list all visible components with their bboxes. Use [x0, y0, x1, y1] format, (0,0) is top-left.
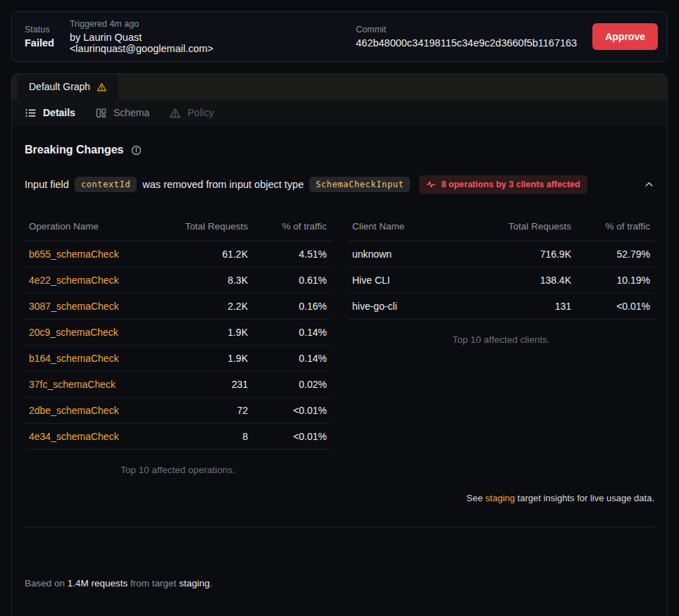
- requests-value: 138.4K: [488, 275, 571, 286]
- traffic-value: <0.01%: [571, 301, 650, 312]
- operations-table-header: Operation Name Total Requests % of traff…: [25, 220, 331, 241]
- tab-details-label: Details: [43, 107, 75, 118]
- affected-badge-label: 8 operations by 3 clients affected: [441, 180, 580, 189]
- traffic-value: 0.14%: [248, 327, 327, 338]
- operation-link[interactable]: 20c9_schemaCheck: [29, 327, 165, 338]
- list-icon: [25, 107, 37, 119]
- col-operation-name: Operation Name: [29, 221, 165, 232]
- insights-suffix: target insights for live usage data.: [515, 493, 654, 503]
- tab-schema[interactable]: Schema: [95, 107, 149, 119]
- traffic-value: <0.01%: [248, 405, 327, 416]
- type-code-pill: SchemaCheckInput: [309, 177, 410, 192]
- col-total-requests: Total Requests: [165, 221, 248, 232]
- section-title: Breaking Changes: [25, 144, 123, 156]
- table-row: 4e22_schemaCheck 8.3K 0.61%: [25, 268, 331, 294]
- operation-link[interactable]: 3087_schemaCheck: [29, 301, 165, 312]
- traffic-value: 0.14%: [248, 353, 327, 364]
- clients-table: Client Name Total Requests % of traffic …: [348, 220, 654, 475]
- requests-value: 72: [165, 405, 248, 416]
- insights-line: See staging target insights for live usa…: [25, 493, 654, 503]
- breaking-changes-heading: Breaking Changes: [25, 144, 654, 156]
- tab-schema-label: Schema: [113, 107, 149, 118]
- status-label: Status: [25, 25, 54, 34]
- traffic-value: 10.19%: [571, 275, 650, 286]
- operation-link[interactable]: b164_schemaCheck: [29, 353, 165, 364]
- client-name: Hive CLI: [352, 275, 488, 286]
- requests-value: 8.3K: [165, 275, 248, 286]
- tab-details[interactable]: Details: [25, 107, 75, 119]
- table-row: 20c9_schemaCheck 1.9K 0.14%: [25, 320, 331, 346]
- requests-value: 8: [165, 431, 248, 442]
- status-value: Failed: [25, 37, 54, 49]
- status-column: Status Failed: [25, 25, 54, 49]
- table-row: hive-go-cli 131 <0.01%: [348, 294, 654, 320]
- tab-policy-label: Policy: [187, 107, 213, 118]
- graph-tab-label: Default Graph: [29, 81, 90, 92]
- operations-table: Operation Name Total Requests % of traff…: [25, 220, 331, 475]
- staging-target-link[interactable]: staging: [485, 493, 515, 503]
- traffic-value: 4.51%: [248, 249, 327, 260]
- change-text-middle: was removed from input object type: [142, 179, 304, 190]
- clients-table-header: Client Name Total Requests % of traffic: [348, 220, 654, 241]
- operation-link[interactable]: 4e22_schemaCheck: [29, 275, 165, 286]
- details-content: Breaking Changes Input field contextId w…: [12, 144, 667, 616]
- requests-value: 131: [488, 301, 571, 312]
- traffic-value: 0.16%: [248, 301, 327, 312]
- table-row: 3087_schemaCheck 2.2K 0.16%: [25, 294, 331, 320]
- approve-button[interactable]: Approve: [592, 23, 658, 50]
- schema-check-page: Status Failed Triggered 4m ago by Laurin…: [0, 0, 679, 616]
- activity-pulse-icon: [426, 180, 436, 189]
- usage-target-name: staging: [179, 578, 210, 589]
- operation-link[interactable]: 37fc_schemaCheck: [29, 379, 165, 390]
- operation-link[interactable]: 4e34_schemaCheck: [29, 431, 165, 442]
- col-total-requests: Total Requests: [488, 221, 571, 232]
- operation-link[interactable]: b655_schemaCheck: [29, 249, 165, 260]
- footer-divider: [25, 527, 654, 527]
- col-client-name: Client Name: [352, 221, 488, 232]
- tab-default-graph[interactable]: Default Graph: [18, 74, 118, 99]
- clients-footnote: Top 10 affected clients.: [348, 334, 654, 345]
- operation-link[interactable]: 2dbe_schemaCheck: [29, 405, 165, 416]
- triggered-author: by Laurin Quast <laurinquast@googlemail.…: [70, 32, 239, 54]
- usage-text: Based on: [25, 578, 68, 589]
- table-row: 4e34_schemaCheck 8 <0.01%: [25, 424, 331, 450]
- breaking-change-accordion-row[interactable]: Input field contextId was removed from i…: [25, 175, 654, 194]
- col-traffic: % of traffic: [248, 221, 327, 232]
- usage-text: from target: [127, 578, 179, 589]
- traffic-value: <0.01%: [248, 431, 327, 442]
- operations-footnote: Top 10 affected operations.: [25, 465, 331, 475]
- triggered-label: Triggered 4m ago: [70, 19, 239, 29]
- affected-tables: Operation Name Total Requests % of traff…: [25, 220, 654, 475]
- traffic-value: 0.02%: [248, 379, 327, 390]
- graph-tab-strip: Default Graph: [12, 74, 667, 99]
- graph-panel: Default Graph Details Schema Policy: [11, 73, 668, 616]
- usage-line-1: Based on 1.4M requests from target stagi…: [25, 577, 654, 591]
- warning-icon: [96, 82, 107, 92]
- table-row: Hive CLI 138.4K 10.19%: [348, 268, 654, 294]
- tab-policy[interactable]: Policy: [169, 107, 213, 119]
- usage-request-count: 1.4M requests: [68, 578, 128, 589]
- policy-warning-icon: [169, 107, 181, 119]
- traffic-value: 52.79%: [571, 249, 650, 260]
- change-text-prefix: Input field: [25, 179, 69, 190]
- table-row: 37fc_schemaCheck 231 0.02%: [25, 372, 331, 398]
- requests-value: 1.9K: [165, 353, 248, 364]
- table-row: b655_schemaCheck 61.2K 4.51%: [25, 241, 331, 268]
- field-code-pill: contextId: [75, 177, 137, 192]
- table-row: unknown 716.9K 52.79%: [348, 241, 654, 268]
- client-name: hive-go-cli: [352, 301, 488, 312]
- affected-operations-badge[interactable]: 8 operations by 3 clients affected: [419, 175, 587, 194]
- chevron-up-icon[interactable]: [644, 180, 654, 190]
- requests-value: 1.9K: [165, 327, 248, 338]
- client-name: unknown: [352, 249, 488, 260]
- commit-label: Commit: [356, 25, 577, 34]
- traffic-value: 0.61%: [248, 275, 327, 286]
- info-icon[interactable]: [131, 145, 142, 156]
- requests-value: 716.9K: [488, 249, 571, 260]
- insights-prefix: See: [466, 493, 485, 503]
- usage-summary: Based on 1.4M requests from target stagi…: [25, 548, 654, 616]
- table-row: 2dbe_schemaCheck 72 <0.01%: [25, 398, 331, 424]
- col-traffic: % of traffic: [571, 221, 650, 232]
- check-view-toolbar: Details Schema Policy: [12, 99, 667, 126]
- requests-value: 231: [165, 379, 248, 390]
